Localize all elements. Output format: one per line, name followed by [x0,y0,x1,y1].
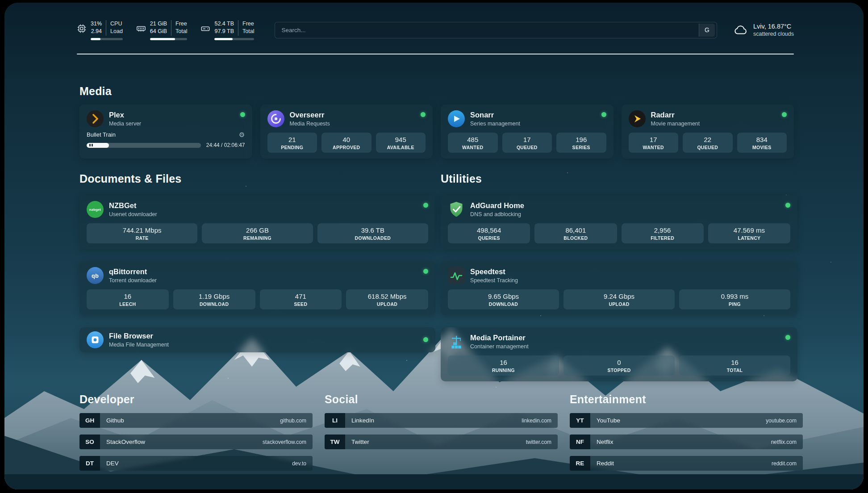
playback-progress-bar[interactable] [87,143,201,148]
overseerr-icon [267,110,284,127]
stat-series: 196 SERIES [556,133,606,153]
bookmarks-entertainment: Entertainment YT YouTube youtube.com NF … [570,393,803,477]
app-card-portainer[interactable]: Media Portainer Container management 16 … [441,327,797,381]
stat-running: 16 RUNNING [448,355,559,376]
bookmarks-developer: Developer GH Github github.com SO StackO… [79,393,313,477]
app-card-plex[interactable]: Plex Media server Bullet Train ⚙ 24:44 /… [79,104,252,159]
app-name: File Browser [109,332,169,340]
sonarr-icon [448,110,465,127]
adguard-icon [448,201,465,218]
media-grid: Plex Media server Bullet Train ⚙ 24:44 /… [79,104,794,159]
svg-text:nzbget: nzbget [89,208,101,212]
pause-icon[interactable] [89,144,93,146]
bookmark-netflix[interactable]: NF Netflix netflix.com [570,435,803,449]
bookmark-abbr: NF [570,435,590,449]
stat-remaining: 266 GB REMAINING [202,223,313,243]
bookmark-abbr: LI [325,413,345,428]
app-name: Radarr [651,111,700,119]
stat-wanted: 17 WANTED [629,133,679,153]
stat-upload: 618.52 Mbps UPLOAD [346,289,428,309]
bookmark-name: Reddit [597,460,614,467]
status-dot [601,112,606,117]
bookmark-name: StackOverflow [106,439,145,445]
cpu-label-bottom: Load [110,28,123,36]
section-title-documents: Documents & Files [79,172,435,185]
section-title-developer: Developer [79,393,313,406]
header-divider [77,54,794,54]
status-dot [423,203,428,208]
bookmark-twitter[interactable]: TW Twitter twitter.com [325,435,558,449]
filebrowser-icon [87,331,104,348]
stat-leech: 16 LEECH [87,289,169,309]
weather-location-temp: Lviv, 16.87°C [753,23,794,30]
app-name: Speedtest [470,267,518,276]
portainer-icon [448,333,465,350]
bookmark-abbr: DT [79,456,100,471]
bookmark-name: LinkedIn [351,417,374,424]
utilities-column: Utilities AdGuard Home DNS and adblockin… [441,172,797,393]
app-name: Plex [109,111,141,119]
bookmark-stackoverflow[interactable]: SO StackOverflow stackoverflow.com [79,435,313,449]
stat-download: 9.65 Gbps DOWNLOAD [448,289,559,309]
search-bar: G [275,22,717,38]
app-subtitle: Media server [109,121,141,127]
status-dot [782,112,787,117]
bookmark-dev[interactable]: DT DEV dev.to [79,456,313,471]
app-subtitle: Usenet downloader [109,211,157,217]
stat-movies: 834 MOVIES [737,133,787,153]
app-name: Sonarr [470,111,520,119]
search-engine-button[interactable]: G [699,24,715,37]
app-card-adguard[interactable]: AdGuard Home DNS and adblocking 498,564 … [441,195,797,249]
bookmark-url: youtube.com [766,418,797,424]
disk-widget: 52.4 TB 97.9 TB Free Total [200,20,254,40]
bookmark-abbr: YT [570,413,590,428]
search-input[interactable] [275,22,699,38]
nzbget-icon: nzbget [87,201,104,218]
app-card-speedtest[interactable]: Speedtest Speedtest Tracking 9.65 Gbps D… [441,261,797,315]
stat-stopped: 0 STOPPED [563,355,675,376]
app-subtitle: Torrent downloader [109,277,157,284]
bookmark-url: reddit.com [772,460,797,467]
app-card-radarr[interactable]: Radarr Movie management 17 WANTED 22 QUE… [622,104,794,159]
snow-particles [4,3,5,4]
status-dot [785,203,790,208]
disk-label-free: Free [242,20,254,28]
stat-filtered: 2,956 FILTERED [622,223,704,243]
status-dot [421,112,426,117]
app-card-sonarr[interactable]: Sonarr Series management 485 WANTED 17 Q… [441,104,613,159]
bookmark-github[interactable]: GH Github github.com [79,413,313,428]
gear-icon[interactable]: ⚙ [239,131,245,138]
stat-upload: 9.24 Gbps UPLOAD [563,289,675,309]
cpu-progress-bar [91,38,123,40]
disk-progress-bar [214,38,254,40]
speedtest-icon [448,267,465,284]
bookmark-name: Github [106,417,124,424]
bookmark-url: github.com [280,418,306,424]
bookmark-abbr: SO [79,435,100,449]
documents-column: Documents & Files nzbget NZBGet Usenet d… [79,172,435,364]
cloud-icon [733,22,748,38]
memory-widget: 21 GiB 64 GiB Free Total [136,20,188,40]
cpu-load-value: 2.94 [91,28,102,36]
app-card-nzbget[interactable]: nzbget NZBGet Usenet downloader 744.21 M… [79,195,435,249]
bookmark-youtube[interactable]: YT YouTube youtube.com [570,413,803,428]
app-subtitle: Media File Management [109,342,169,348]
bookmark-reddit[interactable]: RE Reddit reddit.com [570,456,803,471]
bookmark-linkedin[interactable]: LI LinkedIn linkedin.com [325,413,558,428]
section-title-social: Social [325,393,558,406]
app-name: NZBGet [109,201,157,210]
dashboard: 31% 2.94 CPU Load 21 GiB [4,3,864,489]
app-card-qbittorrent[interactable]: qb qBittorrent Torrent downloader 16 LEE… [79,261,435,315]
bookmark-abbr: RE [570,456,590,471]
memory-label-free: Free [175,20,187,28]
radarr-icon [629,110,646,127]
svg-text:qb: qb [92,272,99,279]
cpu-widget: 31% 2.94 CPU Load [77,20,123,40]
app-card-overseerr[interactable]: Overseerr Media Requests 21 PENDING 40 A… [260,104,433,159]
app-name: qBittorrent [109,267,157,276]
app-card-filebrowser[interactable]: File Browser Media File Management [79,327,435,352]
status-dot [785,335,790,340]
now-playing-title: Bullet Train [87,131,116,138]
weather-condition: scattered clouds [753,31,794,37]
memory-icon [136,24,146,33]
